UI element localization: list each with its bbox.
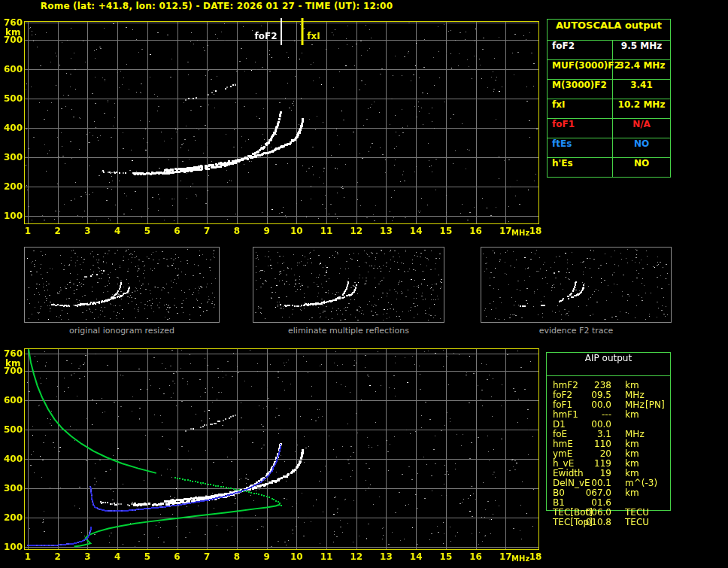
aip-row-unit: km	[625, 448, 639, 459]
autoscala-output-table: AUTOSCALA output foF29.5 MHzMUF(3000)F23…	[547, 19, 671, 178]
autoscala-row-fxI: fxI10.2 MHz	[548, 99, 670, 119]
autoscala-row-value: 10.2 MHz	[613, 99, 670, 118]
autoscala-table-rows: foF29.5 MHzMUF(3000)F232.4 MHzM(3000)F23…	[548, 41, 670, 177]
autoscala-row-value: N/A	[613, 119, 670, 138]
aip-row-value: 09.5	[565, 390, 611, 400]
aip-row-foF2: foF209.5MHz	[547, 390, 670, 399]
aip-row-unit: km	[625, 458, 639, 469]
thumbnail-caption-eliminate: eliminate multiple reflections	[253, 326, 444, 336]
aip-row-DelN_vE: DelN_vE00.1m^(-3)	[547, 478, 670, 488]
aip-row-value: 00.1	[565, 478, 611, 488]
thumbnail-evidence-f2-trace	[481, 247, 672, 323]
aip-row-D1: D100.0	[547, 419, 670, 429]
autoscala-row-label: foF2	[548, 41, 613, 59]
thumbnail-original-ionogram	[24, 247, 220, 323]
autoscala-row-foF2: foF29.5 MHz	[548, 41, 670, 60]
aip-row-h_vE: h_vE119km	[547, 458, 670, 468]
top-ionogram-plot	[0, 12, 553, 239]
aip-row-unit: m^(-3)	[625, 478, 657, 488]
aip-row-value: 110	[565, 439, 611, 449]
aip-row-value: 20	[565, 448, 611, 459]
aip-row-value: 19	[565, 468, 611, 478]
aip-row-value: ---	[565, 409, 611, 420]
aip-row-label: B0	[553, 488, 565, 498]
aip-row-value: 3.1	[565, 429, 611, 439]
autoscala-row-label: MUF(3000)F2	[548, 60, 613, 79]
autoscala-row-MUF(3000)F2: MUF(3000)F232.4 MHz	[548, 60, 670, 80]
aip-row-label: B1	[553, 497, 565, 508]
autoscala-row-label: fxI	[548, 99, 613, 118]
aip-row-unit: MHz	[625, 429, 645, 439]
autoscala-row-h'Es: h'EsNO	[548, 158, 670, 177]
aip-row-hmF1: hmF1---km	[547, 409, 670, 419]
aip-row-unit: TECU	[625, 507, 649, 518]
aip-row-B1: B101.6	[547, 497, 670, 507]
aip-row-value: 006.0	[565, 507, 611, 518]
aip-row-value: 01.6	[565, 497, 611, 508]
aip-row-value: 238	[565, 380, 611, 390]
station-date-title: Rome (lat: +41.8, lon: 012.5) - DATE: 20…	[24, 1, 409, 11]
autoscala-row-value: 3.41	[613, 80, 670, 99]
autoscala-row-label: foF1	[548, 119, 613, 138]
aip-row-ymE: ymE20km	[547, 448, 670, 458]
aip-output-table: AIP output hmF2238kmfoF209.5MHzfoF100.0M…	[546, 352, 671, 511]
autoscala-table-header: AUTOSCALA output	[548, 20, 670, 41]
aip-row-value: 00.0	[565, 399, 611, 410]
aip-row-extra: [PN]	[645, 399, 665, 410]
thumbnail-caption-evidence: evidence F2 trace	[481, 326, 672, 336]
aip-row-hmF2: hmF2238km	[547, 380, 670, 390]
aip-row-unit: MHz	[625, 399, 645, 410]
aip-row-foF1: foF100.0MHz[PN]	[547, 399, 670, 409]
aip-row-unit: TECU	[625, 517, 649, 527]
autoscala-row-foF1: foF1N/A	[548, 119, 670, 138]
aip-row-value: 067.0	[565, 488, 611, 498]
autoscala-row-M(3000)F2: M(3000)F23.41	[548, 80, 670, 99]
autoscala-row-value: NO	[613, 138, 670, 157]
aip-table-header: AIP output	[547, 353, 670, 376]
aip-row-hmE: hmE110km	[547, 439, 670, 448]
autoscala-row-ftEs: ftEsNO	[548, 138, 670, 158]
aip-row-value: 00.0	[565, 419, 611, 430]
aip-row-TEC[Bot]: TEC[Bot]006.0TECU	[547, 507, 670, 517]
thumbnail-caption-original: original ionogram resized	[24, 326, 220, 336]
aip-row-B0: B0067.0km	[547, 488, 670, 497]
aip-row-unit: km	[625, 380, 639, 390]
aip-row-TEC[Top]: TEC[Top]010.8TECU	[547, 517, 670, 527]
aip-row-foE: foE3.1MHz	[547, 429, 670, 439]
aip-row-unit: MHz	[625, 390, 645, 400]
autoscala-row-value: 9.5 MHz	[613, 41, 670, 59]
autoscala-row-label: M(3000)F2	[548, 80, 613, 99]
bottom-profile-plot	[0, 341, 553, 568]
thumbnail-eliminate-multiples	[253, 247, 444, 323]
aip-row-value: 010.8	[565, 517, 611, 527]
aip-row-unit: km	[625, 488, 639, 498]
aip-row-unit: km	[625, 439, 639, 449]
aip-row-unit: km	[625, 409, 639, 420]
aip-row-unit: km	[625, 468, 639, 478]
aip-row-value: 119	[565, 458, 611, 469]
aip-row-Ewidth: Ewidth19km	[547, 468, 670, 478]
autoscala-window: { "title": "Rome (lat: +41.8, lon: 012.5…	[0, 0, 728, 568]
autoscala-row-value: 32.4 MHz	[613, 60, 670, 79]
autoscala-row-value: NO	[613, 158, 670, 177]
aip-row-label: D1	[553, 419, 566, 430]
autoscala-row-label: h'Es	[548, 158, 613, 177]
autoscala-row-label: ftEs	[548, 138, 613, 157]
